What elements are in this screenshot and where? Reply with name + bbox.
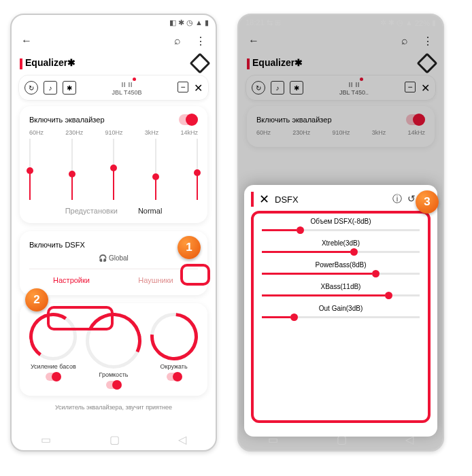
minimize-icon[interactable]: −	[178, 82, 188, 92]
eq-band-5[interactable]	[197, 139, 198, 200]
status-time	[18, 18, 20, 27]
sheet-body: Объем DSFX(-8dB) Xtreble(3dB) PowerBass(…	[251, 211, 431, 423]
app-title: Equalizer✱	[25, 57, 75, 68]
surround-dial[interactable]	[150, 313, 198, 360]
nav-back-icon[interactable]: ◁	[178, 433, 186, 446]
search-icon[interactable]: ⌕	[171, 34, 184, 48]
eq-card-bg: Включить эквалайзер 60Hz 230Hz 910Hz 3kH…	[247, 106, 435, 147]
settings-icon[interactable]	[416, 52, 437, 73]
param-row: Xtreble(3dB)	[260, 239, 421, 253]
eq-enable-label: Включить эквалайзер	[256, 116, 332, 124]
status-bar: 18:21 ⇆ ⊞ ✲ ✱ ◷ ▲ 22%▮	[239, 15, 443, 29]
bluetooth-icon[interactable]: ✱	[290, 81, 303, 95]
info-icon[interactable]: ⓘ	[392, 193, 402, 205]
sheet-title: DSFX	[275, 194, 387, 205]
callout-3: 3	[416, 190, 439, 214]
phone-right: 18:21 ⇆ ⊞ ✲ ✱ ◷ ▲ 22%▮ ← ⌕ ⋮ Equalizer✱ …	[237, 14, 444, 452]
close-icon[interactable]: ✕	[421, 82, 430, 95]
eq-band-3[interactable]	[113, 139, 114, 200]
slider-outgain[interactable]	[262, 316, 420, 318]
slider-xbass[interactable]	[262, 294, 420, 296]
nav-recent-icon[interactable]: ▭	[268, 433, 278, 446]
slider-xtreble[interactable]	[262, 251, 420, 253]
bluetooth-icon[interactable]: ✱	[63, 81, 76, 95]
dsfx-enable-label: Включить DSFX	[29, 241, 85, 249]
settings-icon[interactable]	[189, 52, 210, 73]
bass-toggle[interactable]	[46, 373, 61, 381]
device-label: ıı ıı JBL T450B	[76, 80, 178, 96]
param-row: Out Gain(3dB)	[260, 305, 421, 318]
eq-band-4[interactable]	[155, 139, 156, 200]
highlight-settings	[47, 306, 114, 330]
device-label: ıı ıı JBL T450..	[303, 80, 405, 96]
music-icon[interactable]: ♪	[271, 81, 284, 95]
app-title: Equalizer✱	[252, 57, 303, 68]
preset-value[interactable]: Normal	[138, 207, 162, 215]
eq-toggle[interactable]	[179, 114, 198, 125]
headphones-icon: 🎧	[99, 254, 107, 262]
param-row: Объем DSFX(-8dB)	[260, 218, 421, 231]
footer-note: Усилитель эквалайзера, звучит приятнее	[12, 404, 216, 411]
search-icon[interactable]: ⌕	[398, 34, 411, 48]
back-icon[interactable]: ←	[20, 34, 33, 48]
nav-back-icon[interactable]: ◁	[405, 433, 414, 446]
freq-labels: 60Hz 230Hz 910Hz 3kHz 14kHz	[29, 129, 198, 136]
more-icon[interactable]: ⋮	[194, 34, 207, 48]
freq-labels: 60Hz 230Hz 910Hz 3kHz 14kHz	[256, 129, 425, 136]
volume-toggle[interactable]	[106, 381, 121, 389]
nav-home-icon[interactable]: ▢	[109, 433, 120, 446]
status-icons: ✲ ✱ ◷ ▲	[380, 18, 413, 27]
reset-icon[interactable]: ↺	[407, 193, 416, 205]
close-icon[interactable]: ✕	[194, 82, 203, 95]
eq-toggle[interactable]	[406, 114, 425, 125]
eq-band-1[interactable]	[29, 139, 31, 200]
dsfx-mode: 🎧 Global	[29, 254, 198, 262]
phone-left: ◧ ✱ ◷ ▲ ▮ ← ⌕ ⋮ Equalizer✱ ↻ ♪ ✱ ıı ıı J…	[10, 14, 217, 452]
status-icons: ◧ ✱ ◷ ▲ ▮	[169, 18, 209, 27]
music-icon[interactable]: ♪	[44, 81, 57, 95]
refresh-icon[interactable]: ↻	[24, 81, 38, 95]
tab-settings[interactable]: Настройки	[29, 269, 114, 291]
status-bar: ◧ ✱ ◷ ▲ ▮	[12, 15, 216, 29]
sheet-accent	[251, 192, 254, 207]
refresh-icon[interactable]: ↻	[252, 81, 265, 95]
topbar: ← ⌕ ⋮	[239, 29, 443, 53]
param-row: PowerBass(8dB)	[260, 261, 421, 275]
minimize-icon[interactable]: −	[405, 82, 416, 92]
eq-sliders	[29, 139, 198, 200]
sheet-close-icon[interactable]: ✕	[259, 192, 269, 207]
nav-home-icon[interactable]: ▢	[337, 433, 347, 446]
callout-2: 2	[25, 288, 48, 311]
chipbar: ↻ ♪ ✱ ıı ıı JBL T450B − ✕	[18, 75, 209, 101]
dsfx-sheet: ✕ DSFX ⓘ ↺ ⋮ Объем DSFX(-8dB) Xtreble(3d…	[244, 185, 437, 437]
nav-bar: ▭ ▢ ◁	[239, 433, 443, 446]
more-icon[interactable]: ⋮	[421, 34, 435, 48]
surround-toggle[interactable]	[167, 373, 182, 381]
topbar: ← ⌕ ⋮	[12, 29, 216, 53]
nav-recent-icon[interactable]: ▭	[41, 433, 51, 446]
callout-1: 1	[178, 236, 201, 259]
nav-bar: ▭ ▢ ◁	[12, 433, 216, 446]
status-time: 18:21 ⇆ ⊞	[246, 18, 281, 27]
chipbar: ↻ ♪ ✱ ıı ıı JBL T450.. − ✕	[246, 75, 436, 101]
back-icon[interactable]: ←	[247, 34, 260, 48]
eq-card: Включить эквалайзер 60Hz 230Hz 910Hz 3kH…	[20, 106, 207, 223]
preset-label: Предустановки	[65, 207, 118, 215]
highlight-toggle	[180, 264, 210, 286]
slider-dsfx-volume[interactable]	[262, 229, 420, 231]
param-row: XBass(11dB)	[260, 283, 421, 296]
battery-label: 22%	[415, 19, 430, 27]
slider-powerbass[interactable]	[262, 273, 420, 275]
eq-enable-label: Включить эквалайзер	[29, 116, 105, 124]
eq-band-2[interactable]	[71, 139, 73, 200]
